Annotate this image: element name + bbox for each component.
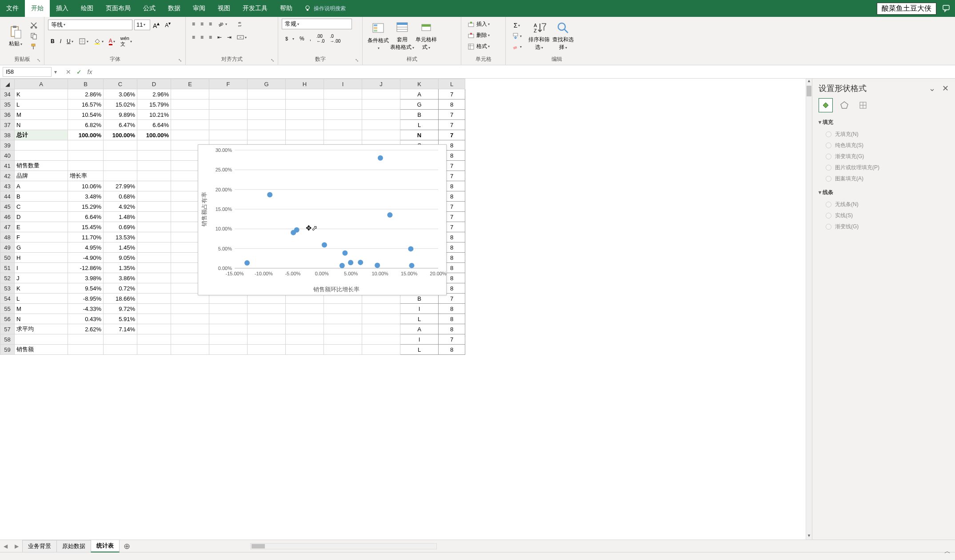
- cell-I57[interactable]: [324, 324, 362, 334]
- accounting-format-button[interactable]: $: [282, 34, 296, 44]
- cell-J55[interactable]: [362, 304, 400, 314]
- row-header-57[interactable]: 57: [0, 324, 15, 334]
- cell-B48[interactable]: 11.70%: [68, 232, 104, 242]
- format-cells-button[interactable]: 格式: [465, 41, 492, 52]
- cell-C49[interactable]: 1.45%: [104, 242, 137, 253]
- cell-D41[interactable]: [137, 161, 171, 171]
- menu-dev[interactable]: 开发工具: [236, 0, 274, 17]
- decrease-indent-button[interactable]: ⇤: [215, 33, 224, 42]
- cell-C53[interactable]: 0.72%: [104, 283, 137, 294]
- cell-D47[interactable]: [137, 222, 171, 232]
- cell-A40[interactable]: [15, 151, 68, 161]
- cell-G34[interactable]: [248, 89, 286, 99]
- cell-A49[interactable]: G: [15, 242, 68, 253]
- cell-D49[interactable]: [137, 242, 171, 253]
- wrap-text-button[interactable]: abc↵: [236, 19, 247, 29]
- cell-C48[interactable]: 13.53%: [104, 232, 137, 242]
- cell-D39[interactable]: [137, 140, 171, 151]
- cell-J36[interactable]: [362, 110, 400, 120]
- cell-F56[interactable]: [209, 314, 248, 324]
- underline-button[interactable]: U: [64, 37, 76, 46]
- cell-G38[interactable]: [248, 130, 286, 140]
- sheet-nav-prev[interactable]: ◀: [0, 543, 11, 549]
- cell-H35[interactable]: [286, 99, 324, 110]
- chart-object[interactable]: 0.00%5.00%10.00%15.00%20.00%25.00%30.00%…: [198, 144, 447, 295]
- cell-A56[interactable]: N: [15, 314, 68, 324]
- row-header-47[interactable]: 47: [0, 222, 15, 232]
- cell-J38[interactable]: [362, 130, 400, 140]
- row-header-40[interactable]: 40: [0, 151, 15, 161]
- line-option-0[interactable]: 无线条(N): [819, 199, 949, 210]
- align-top-button[interactable]: ≡: [190, 20, 197, 28]
- cell-B40[interactable]: [68, 151, 104, 161]
- scroll-up-button[interactable]: ▲: [806, 79, 812, 85]
- cell-L56[interactable]: 8: [439, 314, 465, 324]
- cell-B56[interactable]: 0.43%: [68, 314, 104, 324]
- cell-H56[interactable]: [286, 314, 324, 324]
- cell-B47[interactable]: 15.45%: [68, 222, 104, 232]
- row-header-56[interactable]: 56: [0, 314, 15, 324]
- cell-E58[interactable]: [171, 334, 209, 345]
- cell-K37[interactable]: L: [400, 120, 439, 130]
- cell-K57[interactable]: A: [400, 324, 439, 334]
- cell-K38[interactable]: N: [400, 130, 439, 140]
- cell-styles-button[interactable]: 单元格样式: [414, 19, 438, 53]
- phonetic-button[interactable]: wén文: [118, 34, 134, 49]
- cell-A41[interactable]: 销售数量: [15, 161, 68, 171]
- col-header-E[interactable]: E: [171, 79, 209, 89]
- cell-D38[interactable]: 100.00%: [137, 130, 171, 140]
- cell-B35[interactable]: 16.57%: [68, 99, 104, 110]
- cell-D45[interactable]: [137, 202, 171, 212]
- cell-B42[interactable]: 增长率: [68, 171, 104, 181]
- line-radio-1[interactable]: [826, 213, 831, 218]
- cell-B59[interactable]: [68, 345, 104, 355]
- cell-B36[interactable]: 10.54%: [68, 110, 104, 120]
- cell-I56[interactable]: [324, 314, 362, 324]
- cell-D56[interactable]: [137, 314, 171, 324]
- cell-E36[interactable]: [171, 110, 209, 120]
- cell-D52[interactable]: [137, 273, 171, 283]
- user-name[interactable]: 酸菜鱼土豆大侠: [877, 3, 936, 15]
- cell-D40[interactable]: [137, 151, 171, 161]
- row-header-55[interactable]: 55: [0, 304, 15, 314]
- cell-C40[interactable]: [104, 151, 137, 161]
- align-launcher[interactable]: ⤡: [271, 58, 276, 63]
- col-header-H[interactable]: H: [286, 79, 324, 89]
- vertical-scrollbar[interactable]: ▲ ▼: [806, 79, 812, 540]
- merge-button[interactable]: [235, 32, 249, 42]
- cell-H55[interactable]: [286, 304, 324, 314]
- cell-C43[interactable]: 27.99%: [104, 181, 137, 191]
- cell-B34[interactable]: 2.86%: [68, 89, 104, 99]
- fill-radio-1[interactable]: [826, 143, 831, 148]
- cell-L38[interactable]: 7: [439, 130, 465, 140]
- cell-D53[interactable]: [137, 283, 171, 294]
- clipboard-launcher[interactable]: ⤡: [37, 58, 42, 63]
- cell-A47[interactable]: E: [15, 222, 68, 232]
- cell-A58[interactable]: [15, 334, 68, 345]
- fill-radio-2[interactable]: [826, 154, 831, 159]
- hscroll-thumb[interactable]: [252, 544, 265, 548]
- menu-help[interactable]: 帮助: [274, 0, 299, 17]
- sheet-tab-3[interactable]: 统计表: [91, 540, 120, 552]
- row-header-45[interactable]: 45: [0, 202, 15, 212]
- menu-home[interactable]: 开始: [25, 0, 50, 17]
- cell-A48[interactable]: F: [15, 232, 68, 242]
- name-box-dropdown[interactable]: ▾: [52, 69, 60, 75]
- cell-C44[interactable]: 0.68%: [104, 191, 137, 202]
- insert-cells-button[interactable]: 插入: [465, 19, 492, 29]
- cell-F55[interactable]: [209, 304, 248, 314]
- orientation-button[interactable]: ab: [215, 19, 229, 29]
- cell-A44[interactable]: B: [15, 191, 68, 202]
- cell-K34[interactable]: A: [400, 89, 439, 99]
- cell-J35[interactable]: [362, 99, 400, 110]
- cell-E35[interactable]: [171, 99, 209, 110]
- add-sheet-button[interactable]: ⊕: [119, 541, 135, 551]
- cell-B39[interactable]: [68, 140, 104, 151]
- cell-B53[interactable]: 9.54%: [68, 283, 104, 294]
- align-right-button[interactable]: ≡: [207, 33, 214, 42]
- cell-C34[interactable]: 3.06%: [104, 89, 137, 99]
- row-header-35[interactable]: 35: [0, 99, 15, 110]
- bold-button[interactable]: B: [48, 37, 57, 46]
- cell-D35[interactable]: 15.79%: [137, 99, 171, 110]
- cell-H37[interactable]: [286, 120, 324, 130]
